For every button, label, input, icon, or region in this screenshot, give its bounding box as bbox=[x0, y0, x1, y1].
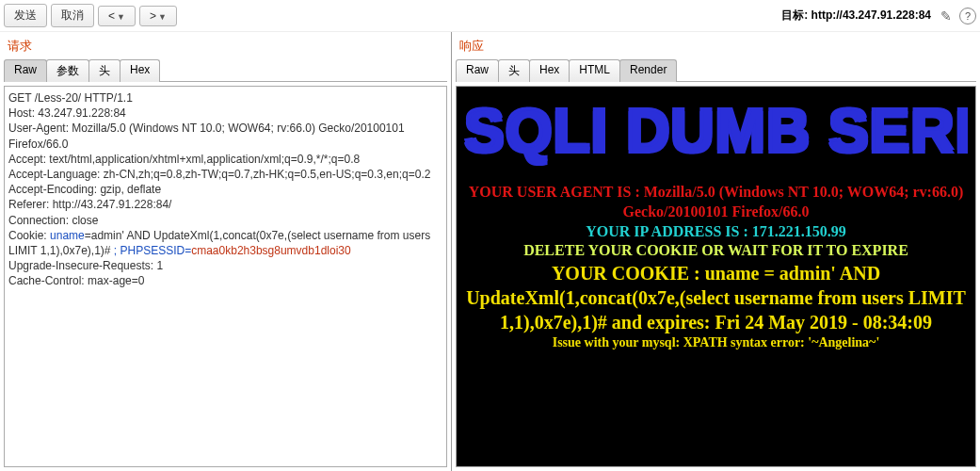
user-agent-line: YOUR USER AGENT IS : Mozilla/5.0 (Window… bbox=[464, 183, 968, 222]
error-line: Issue with your mysql: XPATH syntax erro… bbox=[464, 334, 968, 351]
next-button[interactable]: >▼ bbox=[139, 6, 177, 26]
prev-button[interactable]: <▼ bbox=[98, 6, 136, 26]
next-group: >▼ bbox=[139, 6, 177, 26]
tab-params[interactable]: 参数 bbox=[46, 59, 89, 82]
response-pane: 响应 Raw 头 Hex HTML Render SQLI DUMB SERIE… bbox=[452, 32, 980, 471]
ip-line: YOUR IP ADDRESS IS : 171.221.150.99 bbox=[464, 222, 968, 242]
request-tabs: Raw 参数 头 Hex bbox=[0, 58, 451, 81]
top-toolbar: 发送 取消 <▼ >▼ 目标: http://43.247.91.228:84 … bbox=[0, 0, 980, 32]
tab-hex[interactable]: Hex bbox=[120, 59, 160, 82]
dropdown-icon: ▼ bbox=[117, 12, 125, 22]
cancel-button[interactable]: 取消 bbox=[51, 4, 94, 27]
tab-html[interactable]: HTML bbox=[569, 59, 620, 82]
tab-render[interactable]: Render bbox=[619, 59, 677, 82]
cookie-line: YOUR COOKIE : uname = admin' AND UpdateX… bbox=[464, 261, 968, 334]
tab-raw[interactable]: Raw bbox=[456, 59, 499, 82]
request-editor[interactable]: GET /Less-20/ HTTP/1.1 Host: 43.247.91.2… bbox=[4, 86, 447, 467]
prev-group: <▼ bbox=[98, 6, 136, 26]
response-title: 响应 bbox=[452, 32, 980, 58]
help-icon[interactable]: ? bbox=[959, 8, 976, 24]
request-pane: 请求 Raw 参数 头 Hex GET /Less-20/ HTTP/1.1 H… bbox=[0, 32, 452, 471]
response-tabs: Raw 头 Hex HTML Render bbox=[452, 58, 980, 81]
tab-headers[interactable]: 头 bbox=[88, 59, 120, 82]
tab-headers[interactable]: 头 bbox=[498, 59, 530, 82]
request-title: 请求 bbox=[0, 32, 451, 58]
target-label: 目标: http://43.247.91.228:84 bbox=[781, 8, 931, 24]
page-heading: SQLI DUMB SERIES bbox=[464, 96, 968, 166]
edit-target-icon[interactable]: ✎ bbox=[940, 8, 952, 24]
dropdown-icon: ▼ bbox=[158, 12, 167, 22]
tab-raw[interactable]: Raw bbox=[4, 59, 47, 82]
send-button[interactable]: 发送 bbox=[4, 4, 47, 27]
delete-cookie-line: DELETE YOUR COOKIE OR WAIT FOR IT TO EXP… bbox=[464, 241, 968, 261]
tab-hex[interactable]: Hex bbox=[529, 59, 570, 82]
response-render: SQLI DUMB SERIES YOUR USER AGENT IS : Mo… bbox=[456, 86, 976, 467]
